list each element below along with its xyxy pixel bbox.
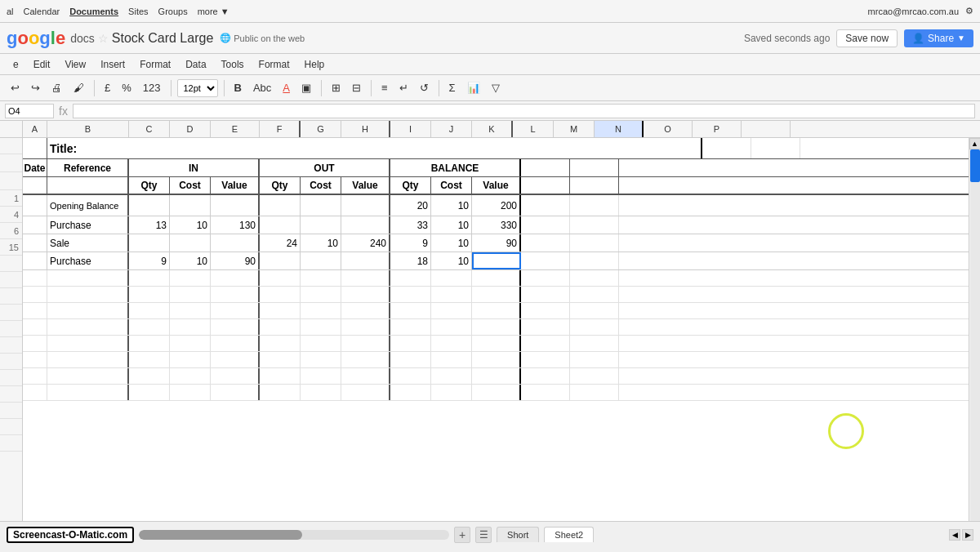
cell-1-in-cost[interactable] <box>170 195 211 216</box>
cell-15-bal-cost[interactable]: 10 <box>431 252 472 269</box>
cell-1-ref[interactable]: Opening Balance <box>47 195 129 216</box>
function-button[interactable]: Σ <box>445 79 460 96</box>
undo-button[interactable]: ↩ <box>7 79 24 96</box>
nav-groups[interactable]: Groups <box>158 7 188 16</box>
cell-1-bal-value[interactable]: 200 <box>472 195 521 216</box>
col-header-extra[interactable] <box>742 121 791 137</box>
cell-15-in-qty[interactable]: 9 <box>129 252 170 269</box>
cell-4-in-value[interactable]: 130 <box>211 216 260 234</box>
er1-i[interactable] <box>390 270 431 286</box>
cell-6-bal-value[interactable]: 90 <box>472 234 521 252</box>
cell-15-in-cost[interactable]: 10 <box>170 252 211 269</box>
nav-calendar[interactable]: Calendar <box>24 7 60 16</box>
cell-4-bal-cost[interactable]: 10 <box>431 216 472 234</box>
vertical-scrollbar[interactable]: ▲ ▼ <box>969 138 980 521</box>
col-header-m[interactable]: M <box>554 121 595 137</box>
col-header-c[interactable]: C <box>129 121 170 137</box>
er1-k[interactable] <box>472 270 521 286</box>
cell-1-bal-qty[interactable]: 20 <box>390 195 431 216</box>
cell-1-date[interactable] <box>23 195 47 216</box>
menu-insert[interactable]: Insert <box>94 57 131 72</box>
scroll-thumb[interactable] <box>970 149 980 182</box>
redo-button[interactable]: ↪ <box>27 79 44 96</box>
cell-6-date[interactable] <box>23 234 47 252</box>
er1-a[interactable] <box>23 270 47 286</box>
cell-4-ref[interactable]: Purchase <box>47 216 129 234</box>
doc-title[interactable]: Stock Card Large <box>112 31 214 46</box>
menu-tools[interactable]: Tools <box>215 57 251 72</box>
cell-6-out-cost[interactable]: 10 <box>301 234 341 252</box>
col-header-i[interactable]: I <box>390 121 431 137</box>
menu-format2[interactable]: Format <box>252 57 296 72</box>
rotate-button[interactable]: ↺ <box>416 79 433 96</box>
col-header-e[interactable]: E <box>211 121 260 137</box>
nav-al[interactable]: al <box>7 7 14 16</box>
er1-extra[interactable] <box>521 270 570 286</box>
settings-icon[interactable]: ⚙ <box>965 6 973 16</box>
col-header-f[interactable]: F <box>260 121 301 137</box>
col-header-g[interactable]: G <box>301 121 341 137</box>
bg-color-button[interactable]: ▣ <box>297 79 315 96</box>
merge-button[interactable]: ⊟ <box>348 79 365 96</box>
formula-input[interactable] <box>73 104 975 118</box>
er1-extra2[interactable] <box>570 270 619 286</box>
col-header-a[interactable]: A <box>23 121 47 137</box>
menu-view[interactable]: View <box>58 57 92 72</box>
nav-documents[interactable]: Documents <box>69 7 118 16</box>
sheets-list-button[interactable]: ☰ <box>475 527 492 543</box>
title-row-extra2[interactable] <box>751 138 800 158</box>
er1-c[interactable] <box>129 270 170 286</box>
cell-4-extra[interactable] <box>521 216 570 234</box>
format-123[interactable]: 123 <box>139 79 165 96</box>
cell-6-out-qty[interactable]: 24 <box>260 234 301 252</box>
wrap-button[interactable]: ↵ <box>395 79 412 96</box>
col-header-o[interactable]: O <box>644 121 693 137</box>
cell-15-date[interactable] <box>23 252 47 269</box>
menu-edit[interactable]: Edit <box>27 57 57 72</box>
cell-4-extra2[interactable] <box>570 216 619 234</box>
cell-4-bal-value[interactable]: 330 <box>472 216 521 234</box>
chart-button[interactable]: 📊 <box>463 79 484 96</box>
cell-1-in-value[interactable] <box>211 195 260 216</box>
title-row-extra[interactable] <box>702 138 751 158</box>
cell-reference-box[interactable]: O4 <box>5 104 54 118</box>
col-header-l[interactable]: L <box>513 121 554 137</box>
menu-data[interactable]: Data <box>179 57 212 72</box>
cell-4-bal-qty[interactable]: 33 <box>390 216 431 234</box>
cell-1-bal-cost[interactable]: 10 <box>431 195 472 216</box>
cell-6-bal-cost[interactable]: 10 <box>431 234 472 252</box>
header-ref[interactable]: Reference <box>47 159 129 176</box>
hscroll-right-button[interactable]: ▶ <box>962 529 973 541</box>
nav-more[interactable]: more ▼ <box>198 7 229 16</box>
menu-e[interactable]: e <box>7 57 25 72</box>
menu-help[interactable]: Help <box>298 57 332 72</box>
cell-1-extra[interactable] <box>521 195 570 216</box>
cell-6-in-value[interactable] <box>211 234 260 252</box>
cell-15-out-value[interactable] <box>341 252 390 269</box>
share-button[interactable]: 👤 Share ▼ <box>904 29 973 47</box>
cell-6-in-cost[interactable] <box>170 234 211 252</box>
cell-15-bal-qty[interactable]: 18 <box>390 252 431 269</box>
paintformat-button[interactable]: 🖌 <box>69 79 88 96</box>
cell-4-date[interactable] <box>23 216 47 234</box>
cell-1-extra2[interactable] <box>570 195 619 216</box>
add-sheet-button[interactable]: + <box>454 527 470 543</box>
cell-15-extra[interactable] <box>521 252 570 269</box>
header-balance[interactable]: BALANCE <box>390 159 521 176</box>
cell-4-out-cost[interactable] <box>301 216 341 234</box>
hscroll-left-button[interactable]: ◀ <box>949 529 960 541</box>
er1-f[interactable] <box>260 270 301 286</box>
nav-sites[interactable]: Sites <box>128 7 148 16</box>
title-row-a[interactable] <box>23 138 47 158</box>
er1-g[interactable] <box>301 270 341 286</box>
cell-4-out-qty[interactable] <box>260 216 301 234</box>
cell-6-bal-qty[interactable]: 9 <box>390 234 431 252</box>
cell-4-in-qty[interactable]: 13 <box>129 216 170 234</box>
cell-4-in-cost[interactable]: 10 <box>170 216 211 234</box>
cell-15-extra2[interactable] <box>570 252 619 269</box>
cell-15-bal-value[interactable] <box>472 252 521 269</box>
col-header-n[interactable]: N <box>595 121 644 137</box>
cell-1-out-qty[interactable] <box>260 195 301 216</box>
er1-e[interactable] <box>211 270 260 286</box>
title-cell[interactable]: Title: <box>47 138 702 158</box>
